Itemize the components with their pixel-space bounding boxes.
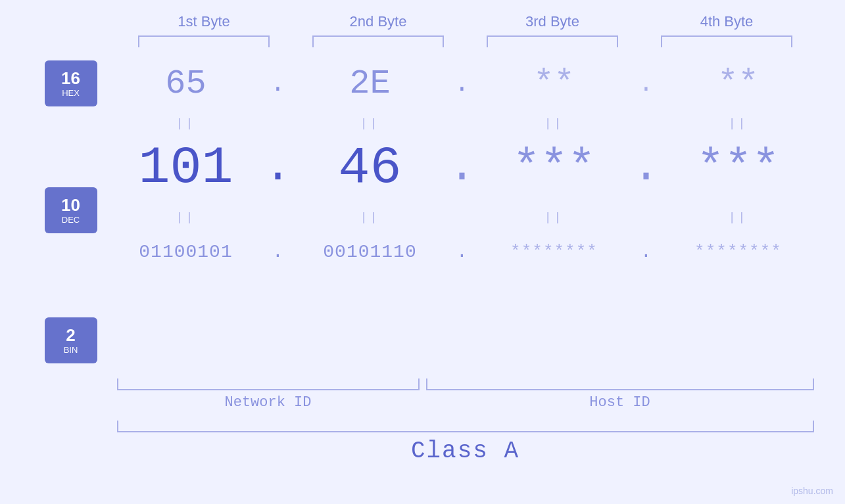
bin-badge-number: 2 xyxy=(66,326,75,345)
id-labels-row: Network ID Host ID xyxy=(117,394,814,411)
hex-byte3: ** xyxy=(482,64,627,103)
hex-b1-value: 65 xyxy=(165,64,206,103)
host-id-label: Host ID xyxy=(426,394,814,411)
top-bracket-row xyxy=(117,35,814,47)
dec-b2-value: 46 xyxy=(338,138,401,198)
pipe-b1: || xyxy=(114,117,258,130)
class-label-row: Class A xyxy=(117,438,814,465)
bracket-byte1 xyxy=(138,35,270,47)
hex-b3-value: ** xyxy=(533,64,574,103)
class-bracket-row xyxy=(117,421,814,432)
pipe-row-1: || || || || xyxy=(114,112,811,135)
main-container: 1st Byte 2nd Byte 3rd Byte 4th Byte 16 H… xyxy=(0,0,845,504)
dec-badge: 10 DEC xyxy=(45,187,97,233)
dec-dot3: . xyxy=(627,145,666,191)
bin-badge-label: BIN xyxy=(64,345,78,355)
dec-byte3: *** xyxy=(482,142,627,194)
pipe2-b2: || xyxy=(298,211,443,224)
hex-byte4: ** xyxy=(666,64,811,103)
bin-byte1: 01100101 xyxy=(114,242,258,262)
dec-b1-value: 101 xyxy=(138,138,233,198)
bin-byte2: 00101110 xyxy=(298,242,443,262)
class-label: Class A xyxy=(411,438,519,465)
bin-row: 01100101 . 00101110 . ******** . xyxy=(114,229,817,275)
hex-badge-number: 16 xyxy=(61,69,80,88)
hex-dot2: . xyxy=(443,70,482,98)
bottom-bracket-row xyxy=(117,378,814,390)
pipe-b3: || xyxy=(482,117,627,130)
dec-dot2: . xyxy=(443,145,482,191)
bin-b3-value: ******** xyxy=(510,242,598,262)
dec-b3-value: *** xyxy=(512,142,595,194)
hex-row: 65 . 2E . ** . ** xyxy=(114,60,817,106)
dec-byte2: 46 xyxy=(298,138,443,198)
hex-byte2: 2E xyxy=(298,64,443,103)
bracket-byte4 xyxy=(661,35,792,47)
hex-dot1: . xyxy=(258,70,298,98)
dec-byte4: *** xyxy=(666,142,811,194)
byte4-header: 4th Byte xyxy=(654,13,799,30)
hex-badge: 16 HEX xyxy=(45,60,97,106)
watermark: ipshu.com xyxy=(791,486,833,496)
bracket-byte2 xyxy=(312,35,444,47)
network-id-bracket xyxy=(117,378,420,390)
values-area: 65 . 2E . ** . ** xyxy=(114,60,817,275)
bin-dot3: . xyxy=(627,242,666,262)
byte2-header: 2nd Byte xyxy=(306,13,450,30)
bin-dot2: . xyxy=(443,242,482,262)
pipe-row-2: || || || || xyxy=(114,206,811,229)
pipe2-b4: || xyxy=(666,211,811,224)
dec-badge-number: 10 xyxy=(61,196,80,215)
dec-b4-value: *** xyxy=(696,142,779,194)
hex-b2-value: 2E xyxy=(349,64,390,103)
hex-byte1: 65 xyxy=(114,64,258,103)
dec-row: 101 . 46 . *** . *** xyxy=(114,135,817,200)
bin-b4-value: ******** xyxy=(694,242,782,262)
main-grid: 16 HEX 10 DEC 2 BIN 65 xyxy=(28,60,817,375)
bin-dot1: . xyxy=(258,242,298,262)
pipe2-b3: || xyxy=(482,211,627,224)
network-id-label: Network ID xyxy=(117,394,420,411)
bin-badge: 2 BIN xyxy=(45,317,97,363)
dec-dot1: . xyxy=(258,145,298,191)
byte-headers-row: 1st Byte 2nd Byte 3rd Byte 4th Byte xyxy=(117,13,814,30)
byte3-header: 3rd Byte xyxy=(480,13,625,30)
dec-badge-label: DEC xyxy=(62,215,80,225)
labels-column: 16 HEX 10 DEC 2 BIN xyxy=(28,60,114,375)
dec-byte1: 101 xyxy=(114,138,258,198)
class-bracket xyxy=(117,421,814,432)
bin-b1-value: 01100101 xyxy=(139,242,232,262)
hex-b4-value: ** xyxy=(717,64,758,103)
pipe-b4: || xyxy=(666,117,811,130)
byte1-header: 1st Byte xyxy=(132,13,276,30)
bracket-byte3 xyxy=(487,35,618,47)
host-id-bracket xyxy=(426,378,814,390)
hex-badge-label: HEX xyxy=(62,88,80,98)
pipe-b2: || xyxy=(298,117,443,130)
bin-byte4: ******** xyxy=(666,242,811,262)
pipe2-b1: || xyxy=(114,211,258,224)
bin-b2-value: 00101110 xyxy=(323,242,416,262)
hex-dot3: . xyxy=(627,70,666,98)
bin-byte3: ******** xyxy=(482,242,627,262)
